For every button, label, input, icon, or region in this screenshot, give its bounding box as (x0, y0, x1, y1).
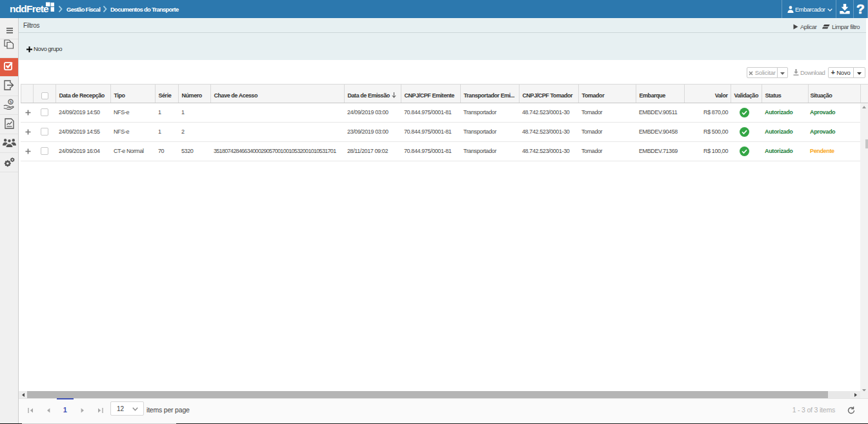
svg-text:S: S (10, 100, 12, 104)
